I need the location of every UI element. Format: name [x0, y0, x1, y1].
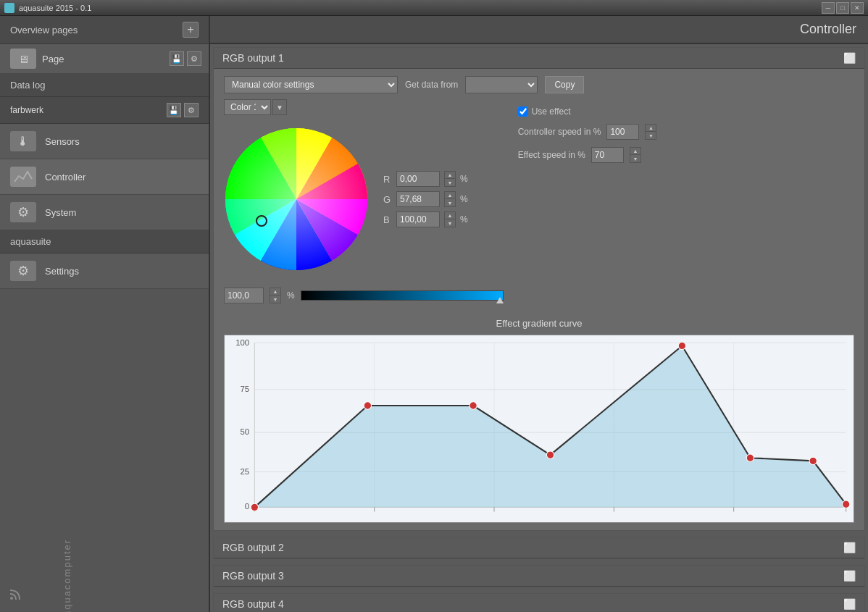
use-effect-label[interactable]: Use effect	[518, 106, 571, 117]
main-layout: Overview pages + 🖥 Page 💾 ⚙ Data log fa	[0, 16, 868, 612]
brightness-spin-down[interactable]: ▼	[270, 295, 280, 303]
app-icon	[4, 3, 14, 13]
content-title: Controller	[800, 22, 856, 36]
rgb-output-3-title: RGB output 3	[222, 570, 284, 582]
chart-container[interactable]: 100 75 50 25 0	[224, 335, 854, 523]
sidebar-item-system[interactable]: ⚙ System	[0, 195, 209, 230]
app-title: aquasuite 2015 - 0.1	[19, 4, 91, 12]
color-mode-row: Manual color settings Get data from Copy	[224, 76, 854, 93]
svg-point-0	[10, 597, 13, 600]
r-label: R	[383, 174, 392, 185]
g-percent: %	[460, 194, 468, 204]
r-input[interactable]	[396, 171, 440, 187]
controller-chart-icon	[13, 169, 33, 185]
b-spin-up[interactable]: ▲	[445, 212, 455, 219]
maximize-button[interactable]: □	[836, 2, 849, 14]
content-area: Controller RGB output 1 ⬜ Manual color s…	[210, 16, 868, 612]
farbwerk-label: farbwerk	[10, 105, 43, 115]
copy-button[interactable]: Copy	[545, 76, 584, 93]
svg-point-3	[225, 127, 368, 271]
page-actions: 💾 ⚙	[170, 51, 201, 66]
b-label: B	[383, 214, 392, 225]
chart-point[interactable]	[678, 342, 685, 349]
g-input[interactable]	[396, 191, 440, 207]
use-effect-row: Use effect	[518, 106, 657, 117]
chart-point[interactable]	[364, 402, 371, 409]
rgb-output-4-header[interactable]: RGB output 4 ⬜	[214, 594, 864, 612]
close-button[interactable]: ✕	[851, 2, 864, 14]
brightness-percent: %	[287, 290, 295, 301]
r-spin-down[interactable]: ▼	[445, 179, 455, 186]
settings-label: Settings	[45, 266, 79, 277]
rgb-output-2-header[interactable]: RGB output 2 ⬜	[214, 537, 864, 558]
system-label: System	[45, 207, 76, 218]
chart-section: Effect gradient curve	[214, 311, 864, 530]
cs-spin-up[interactable]: ▲	[646, 125, 656, 132]
chart-point[interactable]	[546, 451, 554, 458]
color-selector-arrow[interactable]: ▼	[272, 99, 287, 115]
g-spin-down[interactable]: ▼	[445, 199, 455, 206]
cs-spin-down[interactable]: ▼	[646, 132, 656, 139]
sidebar: Overview pages + 🖥 Page 💾 ⚙ Data log fa	[0, 16, 210, 612]
color-wheel-svg[interactable]	[224, 127, 369, 272]
system-icon: ⚙	[10, 202, 36, 222]
color-mode-dropdown[interactable]: Manual color settings	[224, 76, 398, 93]
rgb-controls: R ▲ ▼ % G	[383, 127, 468, 272]
overview-label: Overview pages	[10, 25, 78, 35]
minimize-button[interactable]: ─	[822, 2, 835, 14]
sidebar-item-sensors[interactable]: 🌡 Sensors	[0, 124, 209, 159]
color-section: R ▲ ▼ % G	[224, 121, 504, 277]
r-row: R ▲ ▼ %	[383, 171, 468, 187]
brightness-input[interactable]	[224, 288, 264, 303]
color-wheel-hues	[224, 127, 369, 272]
color-selector-dropdown[interactable]: Color 1	[224, 99, 271, 115]
controller-speed-row: Controller speed in % ▲ ▼	[518, 124, 657, 140]
rgb2-expand-icon[interactable]: ⬜	[843, 542, 856, 553]
farbwerk-save-button[interactable]: 💾	[167, 103, 181, 117]
page-save-button[interactable]: 💾	[170, 51, 184, 66]
farbwerk-settings-button[interactable]: ⚙	[184, 103, 199, 117]
titlebar: aquasuite 2015 - 0.1 ─ □ ✕	[0, 0, 868, 16]
get-data-from-dropdown[interactable]	[465, 76, 538, 93]
r-spin-up[interactable]: ▲	[445, 172, 455, 179]
sensors-icon: 🌡	[10, 131, 36, 151]
chart-point[interactable]	[843, 500, 850, 508]
panel-expand-icon[interactable]: ⬜	[843, 52, 856, 64]
svg-text:50: 50	[240, 427, 249, 436]
brightness-slider-container[interactable]	[301, 288, 504, 303]
controller-speed-input[interactable]	[606, 124, 639, 140]
b-percent: %	[460, 214, 468, 225]
page-settings-button[interactable]: ⚙	[187, 51, 201, 66]
es-spin-down[interactable]: ▼	[630, 155, 640, 162]
rgb4-expand-icon[interactable]: ⬜	[843, 598, 856, 610]
farbwerk-header: farbwerk 💾 ⚙	[0, 97, 209, 124]
color-wheel-container[interactable]	[224, 127, 369, 272]
chart-point[interactable]	[251, 503, 258, 511]
overview-header: Overview pages +	[0, 16, 209, 44]
add-overview-button[interactable]: +	[183, 22, 199, 38]
settings-icon: ⚙	[10, 261, 36, 281]
use-effect-checkbox[interactable]	[518, 106, 528, 117]
effect-speed-label: Effect speed in %	[518, 150, 585, 160]
chart-point[interactable]	[470, 402, 477, 409]
b-spin-down[interactable]: ▼	[445, 219, 455, 227]
page-icon: 🖥	[10, 49, 36, 69]
sidebar-item-controller[interactable]: Controller	[0, 159, 209, 195]
chart-point[interactable]	[746, 454, 754, 461]
content-header: Controller	[210, 16, 868, 44]
effect-speed-row: Effect speed in % ▲ ▼	[518, 147, 657, 163]
svg-text:100: 100	[235, 338, 249, 347]
rgb3-expand-icon[interactable]: ⬜	[843, 570, 856, 582]
b-input[interactable]	[396, 211, 440, 227]
g-row: G ▲ ▼ %	[383, 191, 468, 207]
rgb-output-3-header[interactable]: RGB output 3 ⬜	[214, 566, 864, 587]
effect-speed-input[interactable]	[591, 147, 624, 163]
brightness-spin-up[interactable]: ▲	[270, 288, 280, 295]
page-item[interactable]: 🖥 Page 💾 ⚙	[0, 44, 209, 74]
g-spin-up[interactable]: ▲	[445, 192, 455, 199]
sidebar-item-settings[interactable]: ⚙ Settings	[0, 253, 209, 289]
es-spin-up[interactable]: ▲	[630, 148, 640, 155]
title-left: aquasuite 2015 - 0.1	[4, 3, 91, 13]
rgb-output-1-header: RGB output 1 ⬜	[214, 48, 864, 69]
chart-point[interactable]	[809, 457, 817, 464]
